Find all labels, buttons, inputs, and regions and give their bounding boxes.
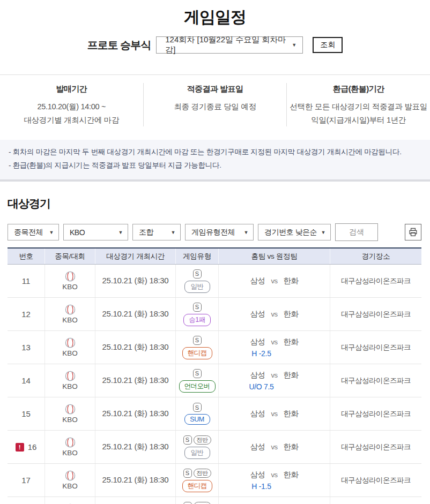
start-time-cell: 25.10.21 (화) 18:30: [95, 265, 176, 297]
single-badge: S: [183, 435, 192, 445]
game-type-badge: 언더오버: [179, 380, 216, 393]
chevron-down-icon: ▼: [321, 230, 325, 235]
game-number-cell: ! 16: [8, 431, 45, 463]
round-search-button[interactable]: 조회: [313, 37, 343, 53]
start-time: 25.10.21 (화) 18:30: [102, 409, 169, 419]
game-number-cell: ! 12: [8, 298, 45, 330]
round-select-dropdown[interactable]: 124회차 [10월22일 수요일 회차마감] ▼: [156, 36, 303, 54]
handicap-value: U/O 7.5: [249, 382, 273, 391]
chevron-down-icon: ▼: [118, 230, 123, 235]
game-number: 13: [21, 343, 31, 352]
start-time: 25.10.21 (화) 18:30: [102, 276, 169, 286]
league-cell: KBO: [45, 464, 95, 497]
venue-cell: 대구삼성라이온즈파크: [330, 298, 421, 330]
teams-cell: 삼성 vs 한화 U/O 3.5: [219, 497, 330, 504]
league-name: KBO: [62, 349, 78, 357]
baseball-icon: [65, 404, 76, 415]
vs-label: vs: [271, 277, 278, 285]
home-team: 삼성: [250, 276, 265, 286]
notes-section: - 회차의 마감은 마지막 두 번째 대상경기 개최시간에 마감 또는 한경기구…: [0, 140, 430, 182]
info-title: 환급(환불)기간: [287, 84, 430, 94]
section-title-target-games: 대상경기: [8, 196, 430, 211]
game-number-cell: ! 17: [8, 464, 45, 497]
chevron-down-icon: ▼: [292, 42, 296, 48]
sale-info-section: 발매기간 25.10.20(월) 14:00 ~ 대상경기별 개최시간에 마감 …: [0, 74, 430, 136]
game-number-cell: ! 14: [8, 364, 45, 397]
venue-cell: 대구삼성라이온즈파크: [330, 331, 421, 364]
venue: 대구삼성라이온즈파크: [341, 310, 411, 319]
league-cell: KBO: [45, 364, 95, 397]
venue-cell: 대구삼성라이온즈파크: [330, 265, 421, 297]
venue-cell: 대구삼성라이온즈파크: [330, 464, 421, 497]
table-row: ! 13 KBO 25.10.21 (화) 18:30 S 핸디캡: [8, 331, 421, 364]
league-cell: KBO: [45, 298, 95, 330]
teams-cell: 삼성 vs 한화: [219, 397, 330, 430]
table-header-row: 번호 종목/대회 대상경기 개최시간 게임유형 홈팀 vs 원정팀 경기장소: [8, 247, 421, 265]
column-header-teams: 홈팀 vs 원정팀: [219, 249, 330, 264]
venue-cell: 대구삼성라이온즈파크: [330, 364, 421, 397]
game-type-top-badges: S: [193, 303, 202, 312]
start-time-cell: 25.10.21 (화) 18:30: [95, 497, 176, 504]
home-team: 삼성: [250, 470, 265, 480]
vs-label: vs: [271, 371, 278, 379]
single-badge: S: [183, 469, 192, 478]
info-line: 대상경기별 개최시간에 마감: [0, 114, 143, 127]
half-badge: 전반: [194, 469, 211, 478]
half-badge: 전반: [194, 502, 211, 504]
game-number-cell: ! 13: [8, 331, 45, 364]
filter-dropdown-game-type[interactable]: 게임유형전체 ▼: [185, 224, 254, 240]
teams-line: 삼성 vs 한화: [250, 276, 299, 286]
league-name: KBO: [62, 283, 78, 291]
vs-label: vs: [271, 310, 278, 318]
game-type-cell: S 핸디캡: [176, 331, 219, 364]
baseball-icon: [65, 337, 76, 348]
game-type-top-badges: S: [193, 336, 202, 345]
league-name: KBO: [62, 382, 78, 390]
vs-label: vs: [271, 471, 278, 479]
start-time: 25.10.21 (화) 18:30: [102, 475, 169, 485]
game-type-badge: 핸디캡: [182, 480, 212, 492]
start-time-cell: 25.10.21 (화) 18:30: [95, 464, 176, 497]
game-type-top-badges: S: [193, 403, 202, 412]
league-name: KBO: [62, 449, 78, 457]
table-row: ! 16 KBO 25.10.21 (화) 18:30 S 전반 일반: [8, 431, 421, 464]
round-selector-label: 프로토 승부식: [87, 38, 151, 52]
venue: 대구삼성라이온즈파크: [341, 409, 411, 419]
info-line: 선택한 모든 대상경기의 적중결과 발표일: [287, 100, 430, 114]
baseball-icon: [65, 271, 76, 282]
teams-line: 삼성 vs 한화: [250, 470, 299, 480]
start-time: 25.10.21 (화) 18:30: [102, 375, 169, 386]
home-team: 삼성: [250, 337, 265, 347]
teams-cell: 삼성 vs 한화: [219, 298, 330, 330]
baseball-icon: [65, 304, 76, 315]
filter-dropdown-combination[interactable]: 조합 ▼: [132, 224, 181, 240]
game-type-badge: 승1패: [183, 314, 210, 326]
league-cell: KBO: [45, 431, 95, 463]
print-button[interactable]: [405, 224, 421, 240]
game-type-cell: S 전반 핸디캡: [176, 464, 219, 497]
filter-dropdown-value: 경기번호 낮은순: [264, 228, 317, 237]
table-row: ! 14 KBO 25.10.21 (화) 18:30 S 언더오버: [8, 364, 421, 397]
alert-icon: !: [16, 443, 24, 452]
start-time: 25.10.21 (화) 18:30: [102, 442, 169, 452]
half-badge: 전반: [194, 435, 211, 445]
game-type-top-badges: S 전반: [183, 435, 211, 445]
game-type-cell: S 전반 일반: [176, 431, 219, 463]
start-time-cell: 25.10.21 (화) 18:30: [95, 298, 176, 330]
teams-cell: 삼성 vs 한화 H -2.5: [219, 331, 330, 364]
game-number: 16: [28, 442, 37, 452]
teams-cell: 삼성 vs 한화 U/O 7.5: [219, 364, 330, 397]
filter-dropdown-league[interactable]: KBO ▼: [63, 224, 128, 240]
single-badge: S: [193, 269, 202, 279]
filter-search-button[interactable]: 검색: [335, 223, 378, 241]
vs-label: vs: [271, 338, 278, 346]
chevron-down-icon: ▼: [49, 230, 54, 235]
game-type-cell: S SUM: [176, 397, 219, 430]
info-line: 익일(지급개시일)부터 1년간: [287, 114, 430, 127]
league-name: KBO: [62, 316, 78, 324]
teams-line: 삼성 vs 한화: [250, 309, 299, 319]
filter-dropdown-sort-order[interactable]: 경기번호 낮은순 ▼: [258, 224, 331, 240]
table-row: ! 15 KBO 25.10.21 (화) 18:30 S SUM: [8, 397, 421, 431]
filter-dropdown-sport[interactable]: 종목전체 ▼: [8, 224, 59, 240]
game-number: 17: [21, 476, 31, 485]
